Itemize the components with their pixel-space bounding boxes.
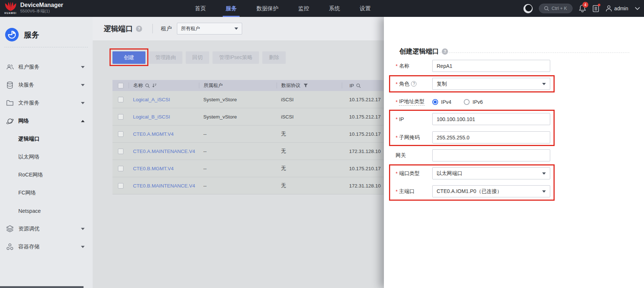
form-row-mask: *子网掩码 bbox=[396, 131, 633, 143]
port-type-select-value: 以太网端口 bbox=[437, 170, 462, 177]
chevron-down-icon bbox=[542, 190, 546, 193]
port-type-field-label: 端口类型 bbox=[399, 170, 419, 177]
tasks-button[interactable] bbox=[592, 5, 599, 12]
sidebar-subitem-fc-network[interactable]: FC网络 bbox=[0, 184, 93, 202]
cell-tenant: System_vStore bbox=[199, 97, 277, 102]
cell-tenant: -- bbox=[199, 149, 277, 154]
drawer-title: 创建逻辑端口 bbox=[399, 47, 439, 56]
create-button[interactable]: 创建 bbox=[112, 51, 145, 64]
radio-ipv6[interactable]: IPv6 bbox=[464, 99, 483, 105]
database-icon bbox=[6, 81, 14, 89]
role-field-label: 角色 bbox=[399, 81, 409, 87]
home-port-select[interactable]: CTE0.A.IOM1.P0（已连接） bbox=[432, 185, 550, 197]
table-row: CTE0.B.MAINTENANCE.V4 -- 无 172.31.128.10 bbox=[112, 177, 384, 194]
form-row-name: *名称 bbox=[396, 60, 633, 72]
subnet-mask-input[interactable] bbox=[432, 131, 550, 143]
ip-field-label: IP bbox=[399, 116, 404, 122]
mask-field-label: 子网掩码 bbox=[399, 134, 419, 141]
name-input[interactable] bbox=[432, 60, 550, 72]
user-name: admin bbox=[614, 6, 628, 11]
port-name-link[interactable]: CTE0.B.MGMT.V4 bbox=[133, 166, 174, 171]
row-checkbox[interactable] bbox=[118, 183, 123, 189]
ip-type-radio-group: IPv4 IPv6 bbox=[432, 99, 483, 105]
chevron-down-icon[interactable] bbox=[634, 7, 640, 10]
nav-system[interactable]: 系统 bbox=[328, 0, 341, 17]
sidebar-item-network[interactable]: 网络 bbox=[0, 112, 93, 130]
page-help-icon[interactable]: ? bbox=[136, 26, 142, 32]
row-checkbox[interactable] bbox=[118, 166, 123, 171]
radio-ipv6-label: IPv6 bbox=[473, 99, 483, 105]
row-checkbox[interactable] bbox=[118, 131, 123, 137]
sidebar-subitem-netspace[interactable]: Netspace bbox=[0, 202, 93, 220]
cell-ip: 172.31.128.10 bbox=[342, 183, 384, 189]
table-header: 名称 所属租户 数据协议 bbox=[112, 80, 384, 91]
sort-icon[interactable] bbox=[152, 83, 157, 88]
chevron-down-icon bbox=[542, 83, 546, 85]
port-name-link[interactable]: CTE0.B.MAINTENANCE.V4 bbox=[133, 183, 195, 189]
tenant-select[interactable]: 所有租户 bbox=[177, 23, 242, 34]
cell-protocol: 无 bbox=[277, 182, 342, 189]
search-icon[interactable] bbox=[356, 83, 361, 88]
role-help-icon[interactable]: ? bbox=[411, 81, 417, 87]
gateway-input[interactable] bbox=[432, 149, 550, 161]
chevron-down-icon bbox=[234, 28, 238, 30]
chevron-up-icon bbox=[81, 120, 85, 122]
search-icon[interactable] bbox=[145, 83, 150, 88]
sidebar-item-container-storage[interactable]: 容器存储 bbox=[0, 238, 93, 256]
sidebar-title: 服务 bbox=[24, 30, 39, 40]
app-title: DeviceManager bbox=[20, 2, 63, 8]
sidebar-item-label: 网络 bbox=[18, 117, 81, 124]
nav-home[interactable]: 首页 bbox=[194, 0, 207, 17]
cell-protocol: 无 bbox=[277, 131, 342, 137]
sidebar-subitem-roce-network[interactable]: RoCE网络 bbox=[0, 166, 93, 184]
chevron-down-icon bbox=[81, 66, 85, 68]
sidebar-scrollbar[interactable] bbox=[0, 286, 84, 288]
logical-ports-table: 名称 所属租户 数据协议 bbox=[112, 80, 384, 194]
role-select[interactable]: 复制 bbox=[432, 78, 550, 90]
radio-ipv4[interactable]: IPv4 bbox=[432, 99, 451, 105]
sidebar-subitem-logical-ports[interactable]: 逻辑端口 bbox=[0, 130, 93, 148]
ip-input[interactable] bbox=[432, 113, 550, 125]
nav-data-protection[interactable]: 数据保护 bbox=[256, 0, 279, 17]
sidebar-item-label: 块服务 bbox=[18, 81, 81, 88]
home-port-select-value: CTE0.A.IOM1.P0（已连接） bbox=[437, 188, 502, 195]
sidebar-divider bbox=[4, 47, 88, 47]
sidebar-item-resource-tuning[interactable]: 资源调优 bbox=[0, 220, 93, 238]
gateway-field-label: 网关 bbox=[396, 152, 406, 159]
drawer-help-icon[interactable]: ? bbox=[442, 48, 448, 55]
nav-services[interactable]: 服务 bbox=[225, 0, 237, 17]
filter-icon[interactable] bbox=[303, 83, 308, 88]
cell-protocol: iSCSI bbox=[277, 114, 342, 120]
top-navigation: 首页 服务 数据保护 监控 系统 设置 bbox=[194, 0, 371, 17]
port-name-link[interactable]: CTE0.A.MGMT.V4 bbox=[133, 131, 174, 137]
cell-ip: 10.175.212.17 bbox=[342, 114, 384, 120]
sidebar-item-block-services[interactable]: 块服务 bbox=[0, 76, 93, 94]
row-checkbox[interactable] bbox=[118, 114, 123, 120]
notifications-button[interactable]: 4 bbox=[579, 4, 586, 12]
assistant-icon[interactable] bbox=[523, 4, 533, 13]
row-checkbox[interactable] bbox=[118, 149, 123, 154]
nav-monitor[interactable]: 监控 bbox=[297, 0, 310, 17]
form-row-gateway: 网关 bbox=[396, 149, 633, 161]
sidebar-item-label: 资源调优 bbox=[18, 225, 81, 232]
port-type-select[interactable]: 以太网端口 bbox=[432, 167, 550, 179]
port-name-link[interactable]: CTE0.A.MAINTENANCE.V4 bbox=[133, 149, 195, 154]
user-menu[interactable]: admin bbox=[606, 5, 628, 12]
port-name-link[interactable]: Logical_A_iSCSI bbox=[133, 97, 170, 102]
sidebar-subitem-ethernet-network[interactable]: 以太网络 bbox=[0, 148, 93, 166]
manage-route-button: 管理路由 bbox=[149, 51, 182, 64]
sidebar-item-tenant-services[interactable]: 租户服务 bbox=[0, 58, 93, 76]
topbar: HUAWEI DeviceManager 5500V6-本端(1) 首页 服务 … bbox=[0, 0, 644, 17]
port-name-link[interactable]: Logical_B_iSCSI bbox=[133, 114, 170, 120]
tenant-select-value: 所有租户 bbox=[181, 25, 200, 32]
row-checkbox[interactable] bbox=[118, 97, 123, 102]
global-search[interactable]: Ctrl + K bbox=[539, 4, 573, 13]
brand: HUAWEI DeviceManager 5500V6-本端(1) bbox=[4, 0, 63, 17]
cell-protocol: 无 bbox=[277, 165, 342, 172]
select-all-checkbox[interactable] bbox=[118, 83, 123, 88]
sidebar-item-file-services[interactable]: 文件服务 bbox=[0, 94, 93, 112]
huawei-logo-icon: HUAWEI bbox=[4, 1, 16, 14]
nav-settings[interactable]: 设置 bbox=[359, 0, 371, 17]
sidebar-header: 服务 bbox=[5, 28, 39, 41]
device-manager-screen: HUAWEI DeviceManager 5500V6-本端(1) 首页 服务 … bbox=[0, 0, 644, 288]
